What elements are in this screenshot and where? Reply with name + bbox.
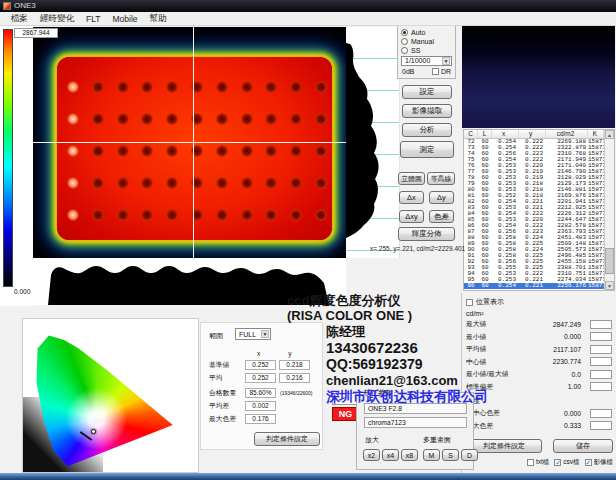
mode-manual[interactable]: Manual	[401, 37, 452, 45]
mode-ss[interactable]: SS	[401, 46, 452, 54]
table-header: CLxycd/m2K	[464, 130, 614, 139]
table-scrollbar[interactable]: ▲ ▼	[604, 130, 614, 290]
multiscreen-M-button[interactable]: M	[423, 449, 440, 461]
led-dot	[117, 177, 129, 189]
set-button[interactable]: 設定	[402, 85, 452, 99]
column-header: y	[519, 130, 546, 138]
delta-xy-button[interactable]: Δxy	[399, 210, 424, 223]
reference-x-value: 0.252	[245, 360, 276, 370]
window-border-bottom	[0, 473, 616, 480]
multiscreen-label: 多重畫面	[423, 435, 451, 445]
title-bar[interactable]: ONE3	[0, 0, 616, 12]
app-icon	[3, 2, 11, 10]
table-cell: 0.254	[492, 283, 519, 289]
color-diff-button[interactable]: 色差	[429, 210, 454, 223]
statistics-panel: 位置表示 cd/m² 最大値2847.249最小値0.000平均値2117.10…	[461, 293, 616, 474]
led-dot	[117, 209, 129, 221]
stat-label: 與中心色差	[466, 408, 526, 418]
measure-button[interactable]: 測定	[400, 141, 454, 158]
led-dot	[216, 145, 228, 157]
watermark-product-english: (RISA COLOR ONE )	[287, 308, 412, 323]
luminance-dist-button[interactable]: 輝度分佈	[398, 227, 455, 241]
calibration-param2-field[interactable]: chroma7123	[364, 417, 467, 428]
watermark-email: chenlian21@163.com	[326, 373, 458, 388]
led-dot	[117, 113, 129, 125]
shutter-select[interactable]: 1/10000 ▼	[401, 56, 452, 66]
multiscreen-S-button[interactable]: S	[442, 449, 459, 461]
judge-settings-button[interactable]: 判定條件設定	[254, 432, 320, 446]
menu-bar: 檔案 經時變化 FLT Mobile 幫助	[0, 12, 616, 26]
table-cell: 96	[464, 283, 478, 289]
stat-label: 最小値/最大値	[466, 369, 526, 379]
zoom-x8-button[interactable]: x8	[401, 449, 418, 461]
stat-row: 最大色差0.333	[462, 420, 616, 433]
contour-button[interactable]: 等高線	[427, 172, 455, 185]
file-option-csv檔[interactable]: ✓csv檔	[554, 458, 579, 467]
watermark-phone: 13430672236	[326, 339, 418, 356]
dr-checkbox[interactable]: DR	[432, 68, 451, 75]
capture-button[interactable]: 影像擷取	[402, 104, 452, 118]
app-window: ONE3 檔案 經時變化 FLT Mobile 幫助 2867.944 0.00…	[0, 0, 616, 480]
scrollbar-thumb[interactable]	[605, 248, 614, 274]
cie-chromaticity-diagram	[22, 318, 199, 473]
save-button[interactable]: 儲存	[553, 439, 613, 453]
checkbox-icon: ✓	[585, 459, 592, 466]
delta-y-button[interactable]: Δy	[429, 191, 454, 204]
led-dot	[315, 177, 327, 189]
menu-mobile[interactable]: Mobile	[106, 14, 143, 24]
scroll-up-icon[interactable]: ▲	[605, 130, 614, 139]
zoom-x2-button[interactable]: x2	[363, 449, 380, 461]
stat-label: 最大値	[466, 319, 526, 329]
scroll-down-icon[interactable]: ▼	[605, 281, 614, 290]
led-dot	[216, 177, 228, 189]
luminance-heatmap[interactable]	[33, 27, 346, 258]
led-dot	[92, 81, 104, 93]
range-select[interactable]: FULL ▼	[235, 328, 271, 340]
solid3d-button[interactable]: 立體圖	[398, 172, 425, 185]
max-diff-value: 0.176	[245, 414, 276, 424]
table-row[interactable]: 96600.2540.2212256.17615873	[464, 283, 604, 289]
stat-label: 最小値	[466, 332, 526, 342]
status-box	[590, 357, 612, 366]
scale-min-label: 0.000	[14, 288, 30, 295]
position-display-checkbox[interactable]: 位置表示	[462, 293, 616, 307]
led-dot	[241, 209, 253, 221]
stat-value: 2230.774	[526, 358, 590, 365]
checkbox-icon: ✓	[554, 459, 561, 466]
scale-max-label: 2867.944	[14, 28, 58, 38]
stat-value: 2117.107	[526, 346, 590, 353]
file-option-txt檔[interactable]: txt檔	[527, 458, 549, 467]
table-cell: 2256.176	[546, 283, 588, 289]
menu-help[interactable]: 幫助	[144, 13, 173, 25]
multiscreen-D-button[interactable]: D	[461, 449, 478, 461]
led-dot	[315, 113, 327, 125]
avg-diff-value: 0.002	[245, 401, 276, 411]
menu-temporal[interactable]: 經時變化	[34, 13, 80, 25]
analyze-button[interactable]: 分析	[402, 123, 452, 137]
led-dot	[117, 145, 129, 157]
reference-row: 基準値 0.252 0.218	[209, 359, 321, 371]
menu-file[interactable]: 檔案	[5, 13, 34, 25]
file-option-影像檔[interactable]: ✓影像檔	[585, 458, 614, 467]
stat-label: 最大色差	[466, 421, 526, 431]
average-row: 平均 0.252 0.216	[209, 372, 321, 384]
range-panel: 範圍 FULL ▼ xy 基準値 0.252 0.218 平均 0.252 0.…	[200, 322, 323, 450]
pass-count-row: 合格數量 85.60% (19346/22600)	[209, 387, 321, 399]
led-dot	[67, 145, 79, 157]
stats-rows: 最大値2847.249最小値0.000平均値2117.107中心値2230.77…	[462, 318, 616, 393]
range-label: 範圍	[209, 331, 223, 341]
delta-x-button[interactable]: Δx	[399, 191, 424, 204]
mode-auto[interactable]: Auto	[401, 28, 452, 36]
chevron-down-icon: ▼	[261, 330, 269, 338]
avg-diff-row: 平均差 0.002	[209, 400, 321, 412]
crosshair-horizontal	[33, 142, 346, 143]
table-body: 72600.2540.2222269.1881587373600.2540.22…	[464, 139, 604, 290]
reference-y-value: 0.218	[279, 360, 310, 370]
zoom-x4-button[interactable]: x4	[382, 449, 399, 461]
led-dot	[315, 81, 327, 93]
led-dot	[92, 145, 104, 157]
zoom-buttons: x2x4x8	[363, 449, 418, 461]
menu-flt[interactable]: FLT	[80, 14, 106, 24]
checkbox-icon	[466, 299, 473, 306]
stat-label: 中心値	[466, 357, 526, 367]
